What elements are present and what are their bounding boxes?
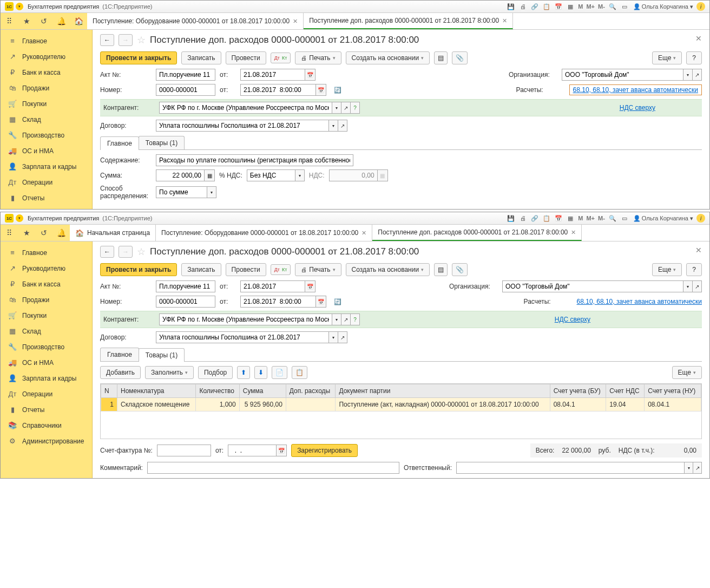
vat-mode-link[interactable]: НДС сверху: [555, 316, 590, 323]
zoom-icon[interactable]: 🔍: [608, 2, 617, 11]
sidebar-item-admin[interactable]: ⚙Администрирование: [1, 433, 92, 449]
calendar-icon[interactable]: 📅: [276, 445, 287, 456]
link-icon[interactable]: 🔗: [530, 2, 539, 11]
sidebar-item-assets[interactable]: 🚚ОС и НМА: [1, 355, 92, 370]
forward-button[interactable]: →: [119, 246, 133, 258]
sidebar-item-production[interactable]: 🔧Производство: [1, 127, 92, 143]
dropdown-icon[interactable]: ▾: [328, 331, 338, 343]
number-date-input[interactable]: [240, 84, 316, 96]
dtkt-button[interactable]: ДтКт: [271, 53, 291, 63]
m-plus-button[interactable]: M+: [586, 215, 595, 221]
sidebar-item-warehouse[interactable]: ▦Склад: [1, 112, 92, 127]
dropdown-icon[interactable]: ▾: [328, 120, 338, 132]
open-icon[interactable]: ↗: [692, 280, 702, 292]
link-icon[interactable]: 🔗: [530, 214, 539, 223]
dropdown-icon[interactable]: ▾: [684, 462, 693, 474]
tab-receipt[interactable]: Поступление: Оборудование 0000-000001 от…: [87, 13, 304, 29]
print-button[interactable]: 🖨Печать: [295, 51, 341, 64]
close-page-icon[interactable]: ✕: [695, 34, 702, 43]
m-minus-button[interactable]: M-: [598, 3, 605, 10]
print-icon[interactable]: 🖨: [518, 2, 527, 11]
tab-expenses[interactable]: Поступление доп. расходов 0000-000001 от…: [304, 13, 513, 29]
sidebar-item-operations[interactable]: ДтОперации: [1, 174, 92, 190]
settlements-link[interactable]: 68.10, 68.10, зачет аванса автоматически: [569, 84, 702, 95]
dropdown-icon[interactable]: ▾: [295, 169, 305, 181]
sum-input[interactable]: [156, 169, 205, 181]
sidebar-item-bank[interactable]: ₽Банк и касса: [1, 276, 92, 292]
cell-acct-nu[interactable]: 08.04.1: [645, 398, 701, 411]
table-blank[interactable]: [101, 411, 701, 439]
post-close-button[interactable]: Провести и закрыть: [100, 51, 177, 64]
act-date-input[interactable]: [240, 69, 305, 81]
create-based-button[interactable]: Создать на основании: [346, 263, 430, 276]
star-icon[interactable]: ☆: [137, 34, 146, 46]
close-icon[interactable]: ✕: [361, 230, 366, 237]
contract-input[interactable]: [156, 120, 329, 132]
calendar-icon[interactable]: 📅: [554, 2, 563, 11]
responsible-input[interactable]: [456, 462, 685, 474]
counterparty-input[interactable]: [159, 102, 332, 114]
calendar-icon[interactable]: 📅: [554, 214, 563, 223]
cell-extra[interactable]: [286, 398, 336, 411]
post-button[interactable]: Провести: [226, 263, 266, 276]
th-extra[interactable]: Доп. расходы: [286, 384, 336, 398]
calc-icon[interactable]: ▦: [204, 169, 215, 181]
star-icon[interactable]: ☆: [137, 246, 146, 258]
register-button[interactable]: Зарегистрировать: [291, 444, 358, 457]
post-button[interactable]: Провести: [226, 51, 266, 64]
counterparty-input[interactable]: [159, 313, 332, 325]
apps-icon[interactable]: ⠿: [1, 225, 18, 241]
th-item[interactable]: Номенклатура: [117, 384, 196, 398]
user-name[interactable]: 👤Ольга Корчагина ▾: [633, 3, 693, 10]
close-icon[interactable]: ✕: [293, 18, 298, 25]
calendar-icon[interactable]: 📅: [305, 69, 315, 81]
fill-button[interactable]: Заполнить: [145, 366, 194, 379]
th-n[interactable]: N: [101, 384, 117, 398]
form-button[interactable]: ▤: [434, 51, 448, 64]
refresh-icon[interactable]: 🔄: [334, 298, 341, 305]
tab-home[interactable]: 🏠Начальная страница: [70, 225, 156, 241]
sidebar-item-main[interactable]: ≡Главное: [1, 33, 92, 49]
tab-main[interactable]: Главное: [100, 136, 139, 150]
sidebar-item-main[interactable]: ≡Главное: [1, 245, 92, 260]
open-icon[interactable]: ↗: [692, 69, 702, 81]
cell-n[interactable]: 1: [101, 398, 117, 411]
dropdown-icon[interactable]: ▾: [332, 313, 341, 325]
pick-button[interactable]: Подбор: [198, 366, 233, 379]
dropdown-icon[interactable]: ▾: [16, 3, 23, 10]
calc-icon[interactable]: ▦: [566, 214, 575, 223]
info-icon[interactable]: i: [696, 214, 705, 223]
th-batch[interactable]: Документ партии: [336, 384, 550, 398]
act-no-input[interactable]: [156, 280, 215, 292]
sidebar-item-warehouse[interactable]: ▦Склад: [1, 323, 92, 339]
history-icon[interactable]: ↺: [35, 225, 52, 241]
dtkt-button[interactable]: ДтКт: [271, 264, 291, 275]
save-button[interactable]: Записать: [181, 263, 221, 276]
th-acct-nu[interactable]: Счет учета (НУ): [645, 384, 701, 398]
post-close-button[interactable]: Провести и закрыть: [100, 263, 177, 276]
number-date-input[interactable]: [240, 296, 316, 308]
save-button[interactable]: Записать: [181, 51, 221, 64]
invoice-no-input[interactable]: [157, 445, 211, 456]
th-sum[interactable]: Сумма: [239, 384, 286, 398]
open-icon[interactable]: ↗: [338, 120, 347, 132]
open-icon[interactable]: ↗: [693, 462, 702, 474]
org-input[interactable]: [562, 69, 683, 81]
m-button[interactable]: M: [578, 215, 583, 221]
favorites-icon[interactable]: ★: [18, 13, 35, 29]
copy-icon[interactable]: 📋: [542, 214, 551, 223]
close-icon[interactable]: ✕: [571, 229, 576, 236]
sidebar-item-reports[interactable]: ▮Отчеты: [1, 190, 92, 206]
m-minus-button[interactable]: M-: [598, 215, 605, 221]
settlements-link[interactable]: 68.10, 68.10, зачет аванса автоматически: [577, 298, 702, 305]
zoom-icon[interactable]: 🔍: [608, 214, 617, 223]
sidebar-item-purchases[interactable]: 🛒Покупки: [1, 96, 92, 112]
sidebar-item-assets[interactable]: 🚚ОС и НМА: [1, 143, 92, 159]
question-icon[interactable]: ?: [350, 313, 360, 325]
down-button[interactable]: ⬇: [254, 366, 267, 379]
apps-icon[interactable]: ⠿: [1, 13, 18, 29]
act-no-input[interactable]: [156, 69, 215, 81]
number-input[interactable]: [156, 84, 215, 96]
cell-acct-bu[interactable]: 08.04.1: [550, 398, 606, 411]
more-button[interactable]: Еще: [652, 51, 682, 64]
